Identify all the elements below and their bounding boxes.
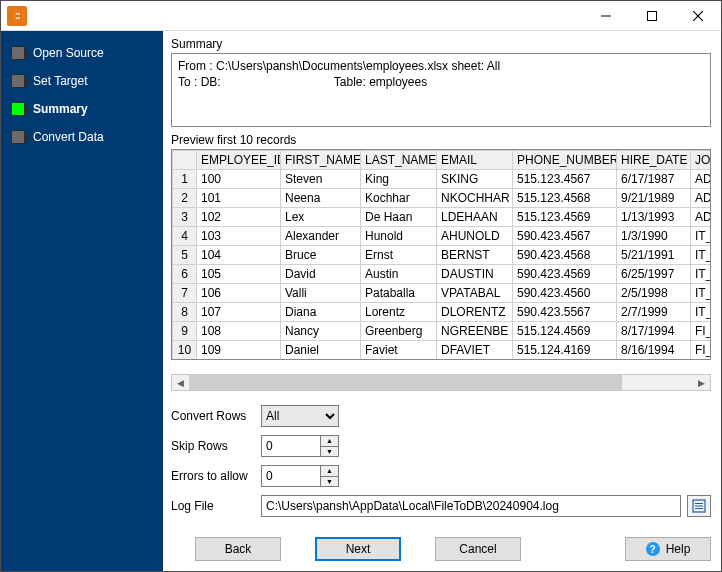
close-button[interactable] <box>675 1 721 31</box>
table-cell[interactable]: King <box>361 170 437 189</box>
column-header[interactable]: HIRE_DATE <box>617 151 691 170</box>
table-row[interactable]: 3102LexDe HaanLDEHAAN515.123.45691/13/19… <box>173 208 712 227</box>
errors-allow-input[interactable] <box>262 466 320 486</box>
spinner-down-icon[interactable]: ▼ <box>320 477 338 487</box>
table-cell[interactable]: 590.423.4568 <box>513 246 617 265</box>
table-cell[interactable]: 2/7/1999 <box>617 303 691 322</box>
table-cell[interactable]: 515.124.4569 <box>513 322 617 341</box>
table-cell[interactable]: 6/25/1997 <box>617 265 691 284</box>
table-row[interactable]: 2101NeenaKochharNKOCHHAR515.123.45689/21… <box>173 189 712 208</box>
table-cell[interactable]: FI_M <box>691 322 712 341</box>
table-cell[interactable]: Neena <box>281 189 361 208</box>
column-header[interactable]: FIRST_NAME <box>281 151 361 170</box>
horizontal-scrollbar[interactable]: ◀ ▶ <box>171 374 711 391</box>
table-cell[interactable]: 6/17/1987 <box>617 170 691 189</box>
table-cell[interactable]: 102 <box>197 208 281 227</box>
scroll-left-icon[interactable]: ◀ <box>172 375 189 390</box>
column-header[interactable]: LAST_NAME <box>361 151 437 170</box>
table-cell[interactable]: 107 <box>197 303 281 322</box>
skip-rows-input[interactable] <box>262 436 320 456</box>
table-cell[interactable]: Greenberg <box>361 322 437 341</box>
scroll-right-icon[interactable]: ▶ <box>693 375 710 390</box>
table-cell[interactable]: 590.423.4560 <box>513 284 617 303</box>
table-cell[interactable]: Hunold <box>361 227 437 246</box>
table-cell[interactable]: Austin <box>361 265 437 284</box>
table-cell[interactable]: 9/21/1989 <box>617 189 691 208</box>
table-cell[interactable]: AD_ <box>691 189 712 208</box>
table-cell[interactable]: 515.123.4568 <box>513 189 617 208</box>
table-cell[interactable]: 8/17/1994 <box>617 322 691 341</box>
scroll-track[interactable] <box>189 375 693 390</box>
preview-table[interactable]: EMPLOYEE_ID FIRST_NAME LAST_NAME EMAIL P… <box>171 149 711 360</box>
table-cell[interactable]: 109 <box>197 341 281 360</box>
table-cell[interactable]: David <box>281 265 361 284</box>
table-row[interactable]: 1100StevenKingSKING515.123.45676/17/1987… <box>173 170 712 189</box>
log-file-input[interactable] <box>261 495 681 517</box>
help-button[interactable]: ? Help <box>625 537 711 561</box>
table-row[interactable]: 9108NancyGreenbergNGREENBE515.124.45698/… <box>173 322 712 341</box>
table-cell[interactable]: 100 <box>197 170 281 189</box>
table-row[interactable]: 8107DianaLorentzDLORENTZ590.423.55672/7/… <box>173 303 712 322</box>
table-cell[interactable]: DFAVIET <box>437 341 513 360</box>
table-row[interactable]: 6105DavidAustinDAUSTIN590.423.45696/25/1… <box>173 265 712 284</box>
table-row[interactable]: 5104BruceErnstBERNST590.423.45685/21/199… <box>173 246 712 265</box>
table-cell[interactable]: AHUNOLD <box>437 227 513 246</box>
table-cell[interactable]: 590.423.4567 <box>513 227 617 246</box>
table-cell[interactable]: IT_P <box>691 303 712 322</box>
table-cell[interactable]: 515.123.4567 <box>513 170 617 189</box>
table-cell[interactable]: Daniel <box>281 341 361 360</box>
table-cell[interactable]: 515.124.4169 <box>513 341 617 360</box>
table-cell[interactable]: 106 <box>197 284 281 303</box>
errors-allow-spinner[interactable]: ▲▼ <box>261 465 339 487</box>
minimize-button[interactable] <box>583 1 629 31</box>
table-cell[interactable]: 105 <box>197 265 281 284</box>
sidebar-item-summary[interactable]: Summary <box>1 95 163 123</box>
spinner-up-icon[interactable]: ▲ <box>320 436 338 447</box>
column-header[interactable]: EMPLOYEE_ID <box>197 151 281 170</box>
sidebar-item-set-target[interactable]: Set Target <box>1 67 163 95</box>
table-cell[interactable]: Nancy <box>281 322 361 341</box>
convert-rows-select[interactable]: All <box>261 405 339 427</box>
table-cell[interactable]: De Haan <box>361 208 437 227</box>
table-cell[interactable]: Steven <box>281 170 361 189</box>
table-cell[interactable]: IT_P <box>691 246 712 265</box>
table-cell[interactable]: IT_P <box>691 227 712 246</box>
table-cell[interactable]: Bruce <box>281 246 361 265</box>
table-cell[interactable]: 515.123.4569 <box>513 208 617 227</box>
table-cell[interactable]: 108 <box>197 322 281 341</box>
table-cell[interactable]: Faviet <box>361 341 437 360</box>
table-cell[interactable]: Lex <box>281 208 361 227</box>
spinner-up-icon[interactable]: ▲ <box>320 466 338 477</box>
table-cell[interactable]: Lorentz <box>361 303 437 322</box>
table-cell[interactable]: Diana <box>281 303 361 322</box>
table-cell[interactable]: AD_ <box>691 208 712 227</box>
table-cell[interactable]: Valli <box>281 284 361 303</box>
sidebar-item-convert-data[interactable]: Convert Data <box>1 123 163 151</box>
table-cell[interactable]: Alexander <box>281 227 361 246</box>
column-header[interactable]: JOB <box>691 151 712 170</box>
table-cell[interactable]: NKOCHHAR <box>437 189 513 208</box>
table-row[interactable]: 10109DanielFavietDFAVIET515.124.41698/16… <box>173 341 712 360</box>
scroll-thumb[interactable] <box>189 375 622 390</box>
table-cell[interactable]: 590.423.4569 <box>513 265 617 284</box>
table-cell[interactable]: 1/3/1990 <box>617 227 691 246</box>
table-cell[interactable]: 8/16/1994 <box>617 341 691 360</box>
skip-rows-spinner[interactable]: ▲▼ <box>261 435 339 457</box>
table-cell[interactable]: AD_ <box>691 170 712 189</box>
table-cell[interactable]: IT_P <box>691 265 712 284</box>
spinner-down-icon[interactable]: ▼ <box>320 447 338 457</box>
table-cell[interactable]: BERNST <box>437 246 513 265</box>
table-row[interactable]: 4103AlexanderHunoldAHUNOLD590.423.45671/… <box>173 227 712 246</box>
table-cell[interactable]: Ernst <box>361 246 437 265</box>
table-cell[interactable]: DAUSTIN <box>437 265 513 284</box>
maximize-button[interactable] <box>629 1 675 31</box>
sidebar-item-open-source[interactable]: Open Source <box>1 39 163 67</box>
cancel-button[interactable]: Cancel <box>435 537 521 561</box>
table-cell[interactable]: Kochhar <box>361 189 437 208</box>
table-cell[interactable]: 104 <box>197 246 281 265</box>
table-cell[interactable]: 101 <box>197 189 281 208</box>
column-header[interactable]: EMAIL <box>437 151 513 170</box>
table-cell[interactable]: 103 <box>197 227 281 246</box>
table-cell[interactable]: FI_A <box>691 341 712 360</box>
table-cell[interactable]: Pataballa <box>361 284 437 303</box>
